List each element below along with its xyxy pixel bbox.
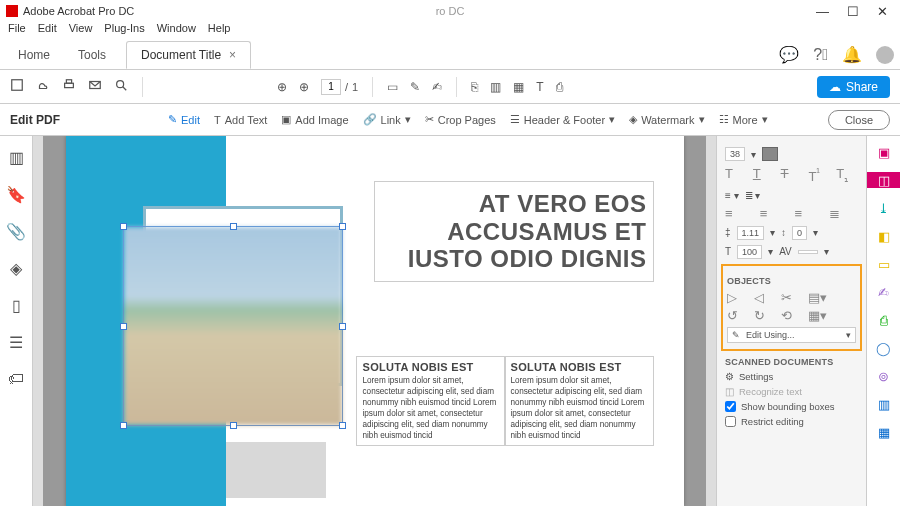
menu-plugins[interactable]: Plug-Ins: [104, 22, 144, 40]
arrange-icon[interactable]: ▤▾: [808, 290, 829, 305]
header-footer-button[interactable]: ☰ Header & Footer ▾: [510, 113, 615, 126]
handle-ml[interactable]: [120, 323, 127, 330]
spacing-field[interactable]: 0: [792, 226, 807, 240]
tool1-icon[interactable]: ⎘: [471, 80, 478, 94]
handle-tl[interactable]: [120, 223, 127, 230]
user-avatar[interactable]: [876, 46, 894, 64]
tool3-icon[interactable]: ▦: [513, 80, 524, 94]
kerning-field[interactable]: [798, 250, 818, 254]
menu-file[interactable]: File: [8, 22, 26, 40]
headline-box[interactable]: AT VERO EOS ACCUSAMUS ET IUSTO ODIO DIGN…: [374, 181, 654, 282]
bookmark-icon[interactable]: 🔖: [6, 185, 26, 204]
align-right-icon[interactable]: ≡: [795, 206, 824, 221]
align-left-icon[interactable]: ≡: [725, 206, 754, 221]
selected-image[interactable]: [123, 226, 343, 426]
maximize-button[interactable]: ☐: [847, 4, 859, 19]
handle-tm[interactable]: [230, 223, 237, 230]
rr-comment-icon[interactable]: ◧: [875, 228, 893, 244]
menu-window[interactable]: Window: [157, 22, 196, 40]
close-edit-button[interactable]: Close: [828, 110, 890, 130]
replace-icon[interactable]: ⟲: [781, 308, 802, 323]
t-strike-icon[interactable]: T: [781, 166, 803, 185]
edit-button[interactable]: ✎ Edit: [168, 113, 200, 126]
menu-edit[interactable]: Edit: [38, 22, 57, 40]
mail-icon[interactable]: [88, 78, 102, 95]
help-icon[interactable]: ?⃝: [813, 46, 828, 64]
rr-organize-icon[interactable]: ⎙: [875, 312, 893, 328]
page-up-icon[interactable]: ⊕: [277, 80, 287, 94]
t-super-icon[interactable]: T¹: [808, 166, 830, 185]
add-image-button[interactable]: ▣ Add Image: [281, 113, 348, 126]
restrict-checkbox[interactable]: [725, 416, 736, 427]
menu-help[interactable]: Help: [208, 22, 231, 40]
align-center-icon[interactable]: ≡: [760, 206, 789, 221]
tools-tab[interactable]: Tools: [66, 42, 118, 68]
crop-icon[interactable]: ✂: [781, 290, 802, 305]
font-size-field[interactable]: 38: [725, 147, 745, 161]
attachment-icon[interactable]: 📎: [6, 222, 26, 241]
rr-more-icon[interactable]: ▦: [875, 424, 893, 440]
t-sub-icon[interactable]: T₁: [836, 166, 858, 185]
rr-form-icon[interactable]: ▥: [875, 396, 893, 412]
crop-button[interactable]: ✂ Crop Pages: [425, 113, 496, 126]
menu-view[interactable]: View: [69, 22, 93, 40]
rr-protect-icon[interactable]: ◯: [875, 340, 893, 356]
align-obj-icon[interactable]: ▦▾: [808, 308, 829, 323]
bounding-checkbox[interactable]: [725, 401, 736, 412]
t-under-icon[interactable]: T: [753, 166, 775, 185]
handle-mr[interactable]: [339, 323, 346, 330]
rr-edit-icon[interactable]: ◫: [867, 172, 901, 188]
rr-optimize-icon[interactable]: ⊚: [875, 368, 893, 384]
flip-v-icon[interactable]: ◁: [754, 290, 775, 305]
page-down-icon[interactable]: ⊕: [299, 80, 309, 94]
text-column-2[interactable]: SOLUTA NOBIS EST Lorem ipsum dolor sit a…: [504, 356, 654, 446]
scroll-gutter-left[interactable]: [33, 136, 43, 506]
font-size-dropdown-icon[interactable]: ▾: [751, 149, 756, 160]
rr-export-icon[interactable]: ⤓: [875, 200, 893, 216]
edit-using-button[interactable]: ✎ Edit Using... ▾: [727, 327, 856, 343]
page-icon[interactable]: ▯: [12, 296, 21, 315]
add-text-button[interactable]: T Add Text: [214, 114, 267, 126]
scroll-gutter-right[interactable]: [706, 136, 716, 506]
text-column-1[interactable]: SOLUTA NOBIS EST Lorem ipsum dolor sit a…: [356, 356, 506, 446]
more-button[interactable]: ☷ More ▾: [719, 113, 768, 126]
cloud-icon[interactable]: [36, 78, 50, 95]
list-bullet-icon[interactable]: ≡ ▾: [725, 190, 739, 201]
print-icon[interactable]: [62, 78, 76, 95]
tags-icon[interactable]: ☰: [9, 333, 23, 352]
share-button[interactable]: ☁ Share: [817, 76, 890, 98]
text-icon[interactable]: T: [536, 80, 543, 94]
page-current-input[interactable]: [321, 79, 341, 95]
chat-icon[interactable]: 💬: [779, 45, 799, 64]
tool5-icon[interactable]: ⎙: [556, 80, 563, 94]
handle-br[interactable]: [339, 422, 346, 429]
layers-icon[interactable]: ◈: [10, 259, 22, 278]
rr-sign-icon[interactable]: ✍︎: [875, 284, 893, 300]
comment-icon[interactable]: ▭: [387, 80, 398, 94]
zoom-icon[interactable]: [114, 78, 128, 95]
watermark-button[interactable]: ◈ Watermark ▾: [629, 113, 704, 126]
recognize-row[interactable]: ◫ Recognize text: [725, 386, 858, 397]
tool2-icon[interactable]: ▥: [490, 80, 501, 94]
home-tab[interactable]: Home: [6, 42, 62, 68]
t-regular-icon[interactable]: T: [725, 166, 747, 185]
minimize-button[interactable]: —: [816, 4, 829, 19]
close-window-button[interactable]: ✕: [877, 4, 888, 19]
document-tab[interactable]: Document Title ×: [126, 41, 251, 69]
document-page[interactable]: AT VERO EOS ACCUSAMUS ET IUSTO ODIO DIGN…: [66, 136, 684, 506]
flip-h-icon[interactable]: ▷: [727, 290, 748, 305]
label-icon[interactable]: 🏷: [8, 370, 24, 388]
rr-create-icon[interactable]: ▣: [875, 144, 893, 160]
align-justify-icon[interactable]: ≣: [829, 206, 858, 221]
color-swatch[interactable]: [762, 147, 778, 161]
rotate-cw-icon[interactable]: ↻: [754, 308, 775, 323]
settings-row[interactable]: ⚙ Settings: [725, 371, 858, 382]
save-icon[interactable]: [10, 78, 24, 95]
handle-bl[interactable]: [120, 422, 127, 429]
list-number-icon[interactable]: ≣ ▾: [745, 190, 761, 201]
thumbnails-icon[interactable]: ▥: [9, 148, 24, 167]
tab-close-icon[interactable]: ×: [229, 48, 236, 62]
rr-note-icon[interactable]: ▭: [875, 256, 893, 272]
hscale-field[interactable]: 100: [737, 245, 762, 259]
sign-icon[interactable]: ✍︎: [432, 80, 442, 94]
